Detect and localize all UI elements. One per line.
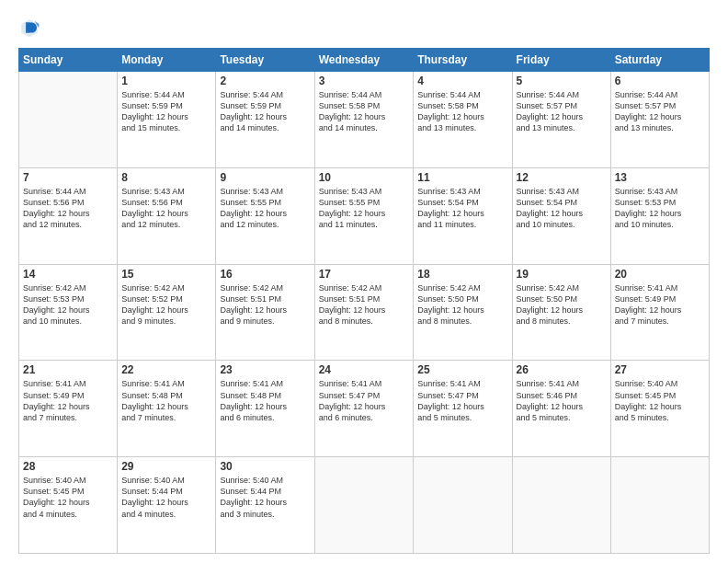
calendar-cell: 20Sunrise: 5:41 AM Sunset: 5:49 PM Dayli… (610, 264, 709, 361)
weekday-header-sunday: Sunday (19, 49, 118, 72)
day-info: Sunrise: 5:44 AM Sunset: 5:59 PM Dayligh… (220, 89, 310, 134)
day-info: Sunrise: 5:42 AM Sunset: 5:51 PM Dayligh… (220, 282, 310, 327)
calendar-cell: 19Sunrise: 5:42 AM Sunset: 5:50 PM Dayli… (512, 264, 610, 361)
weekday-header-wednesday: Wednesday (314, 49, 414, 72)
day-number: 9 (220, 171, 310, 184)
calendar-cell: 23Sunrise: 5:41 AM Sunset: 5:48 PM Dayli… (216, 361, 314, 457)
day-info: Sunrise: 5:44 AM Sunset: 5:57 PM Dayligh… (615, 89, 705, 134)
calendar-cell (314, 457, 414, 554)
weekday-header-thursday: Thursday (414, 49, 512, 72)
day-number: 3 (319, 75, 410, 87)
day-number: 19 (517, 268, 607, 281)
calendar-cell: 4Sunrise: 5:44 AM Sunset: 5:58 PM Daylig… (414, 72, 512, 168)
day-info: Sunrise: 5:43 AM Sunset: 5:54 PM Dayligh… (517, 186, 607, 231)
day-number: 25 (417, 363, 507, 376)
calendar-cell (610, 457, 709, 554)
day-info: Sunrise: 5:43 AM Sunset: 5:54 PM Dayligh… (417, 186, 507, 231)
day-info: Sunrise: 5:44 AM Sunset: 5:58 PM Dayligh… (417, 89, 507, 134)
day-number: 24 (319, 363, 410, 376)
day-number: 22 (121, 363, 211, 376)
day-info: Sunrise: 5:42 AM Sunset: 5:50 PM Dayligh… (417, 282, 507, 327)
day-number: 18 (417, 268, 507, 281)
calendar-cell: 3Sunrise: 5:44 AM Sunset: 5:58 PM Daylig… (314, 72, 414, 168)
day-number: 7 (23, 171, 113, 184)
day-info: Sunrise: 5:42 AM Sunset: 5:52 PM Dayligh… (121, 282, 211, 327)
day-info: Sunrise: 5:42 AM Sunset: 5:51 PM Dayligh… (319, 282, 410, 327)
day-number: 1 (121, 75, 211, 87)
calendar-cell: 16Sunrise: 5:42 AM Sunset: 5:51 PM Dayli… (216, 264, 314, 361)
week-row-1: 1Sunrise: 5:44 AM Sunset: 5:59 PM Daylig… (19, 72, 710, 168)
day-number: 26 (517, 363, 607, 376)
day-info: Sunrise: 5:42 AM Sunset: 5:53 PM Dayligh… (23, 282, 113, 327)
day-info: Sunrise: 5:43 AM Sunset: 5:55 PM Dayligh… (319, 186, 410, 231)
day-info: Sunrise: 5:44 AM Sunset: 5:59 PM Dayligh… (121, 89, 211, 134)
calendar-cell: 28Sunrise: 5:40 AM Sunset: 5:45 PM Dayli… (19, 457, 118, 554)
day-info: Sunrise: 5:43 AM Sunset: 5:55 PM Dayligh… (220, 186, 310, 231)
day-number: 13 (615, 171, 705, 184)
day-info: Sunrise: 5:40 AM Sunset: 5:45 PM Dayligh… (615, 378, 705, 423)
calendar-cell: 17Sunrise: 5:42 AM Sunset: 5:51 PM Dayli… (314, 264, 414, 361)
day-info: Sunrise: 5:40 AM Sunset: 5:44 PM Dayligh… (220, 475, 310, 520)
calendar-cell: 25Sunrise: 5:41 AM Sunset: 5:47 PM Dayli… (414, 361, 512, 457)
calendar-cell: 2Sunrise: 5:44 AM Sunset: 5:59 PM Daylig… (216, 72, 314, 168)
calendar-cell: 10Sunrise: 5:43 AM Sunset: 5:55 PM Dayli… (314, 167, 414, 264)
calendar-cell: 11Sunrise: 5:43 AM Sunset: 5:54 PM Dayli… (414, 167, 512, 264)
day-number: 14 (23, 268, 113, 281)
day-info: Sunrise: 5:43 AM Sunset: 5:53 PM Dayligh… (615, 186, 705, 231)
calendar-cell: 1Sunrise: 5:44 AM Sunset: 5:59 PM Daylig… (118, 72, 216, 168)
page: SundayMondayTuesdayWednesdayThursdayFrid… (0, 0, 728, 563)
calendar: SundayMondayTuesdayWednesdayThursdayFrid… (18, 48, 710, 554)
calendar-cell: 27Sunrise: 5:40 AM Sunset: 5:45 PM Dayli… (610, 361, 709, 457)
logo (18, 17, 44, 39)
calendar-cell (19, 72, 118, 168)
calendar-cell: 26Sunrise: 5:41 AM Sunset: 5:46 PM Dayli… (512, 361, 610, 457)
calendar-cell: 9Sunrise: 5:43 AM Sunset: 5:55 PM Daylig… (216, 167, 314, 264)
weekday-header-friday: Friday (512, 49, 610, 72)
calendar-cell (414, 457, 512, 554)
calendar-cell: 15Sunrise: 5:42 AM Sunset: 5:52 PM Dayli… (118, 264, 216, 361)
day-number: 6 (615, 75, 705, 87)
day-info: Sunrise: 5:41 AM Sunset: 5:47 PM Dayligh… (417, 378, 507, 423)
day-info: Sunrise: 5:40 AM Sunset: 5:44 PM Dayligh… (121, 475, 211, 520)
calendar-cell: 30Sunrise: 5:40 AM Sunset: 5:44 PM Dayli… (216, 457, 314, 554)
calendar-cell: 18Sunrise: 5:42 AM Sunset: 5:50 PM Dayli… (414, 264, 512, 361)
day-info: Sunrise: 5:42 AM Sunset: 5:50 PM Dayligh… (517, 282, 607, 327)
calendar-cell (512, 457, 610, 554)
day-number: 4 (417, 75, 507, 87)
day-number: 23 (220, 363, 310, 376)
calendar-cell: 21Sunrise: 5:41 AM Sunset: 5:49 PM Dayli… (19, 361, 118, 457)
calendar-cell: 22Sunrise: 5:41 AM Sunset: 5:48 PM Dayli… (118, 361, 216, 457)
day-info: Sunrise: 5:41 AM Sunset: 5:47 PM Dayligh… (319, 378, 410, 423)
day-number: 12 (517, 171, 607, 184)
week-row-3: 14Sunrise: 5:42 AM Sunset: 5:53 PM Dayli… (19, 264, 710, 361)
calendar-cell: 13Sunrise: 5:43 AM Sunset: 5:53 PM Dayli… (610, 167, 709, 264)
calendar-cell: 12Sunrise: 5:43 AM Sunset: 5:54 PM Dayli… (512, 167, 610, 264)
day-number: 16 (220, 268, 310, 281)
weekday-header-monday: Monday (118, 49, 216, 72)
day-number: 15 (121, 268, 211, 281)
calendar-cell: 6Sunrise: 5:44 AM Sunset: 5:57 PM Daylig… (610, 72, 709, 168)
day-number: 30 (220, 460, 310, 473)
day-number: 11 (417, 171, 507, 184)
day-info: Sunrise: 5:41 AM Sunset: 5:48 PM Dayligh… (121, 378, 211, 423)
day-number: 10 (319, 171, 410, 184)
weekday-header-saturday: Saturday (610, 49, 709, 72)
day-number: 29 (121, 460, 211, 473)
calendar-cell: 7Sunrise: 5:44 AM Sunset: 5:56 PM Daylig… (19, 167, 118, 264)
day-number: 28 (23, 460, 113, 473)
day-info: Sunrise: 5:41 AM Sunset: 5:48 PM Dayligh… (220, 378, 310, 423)
calendar-cell: 5Sunrise: 5:44 AM Sunset: 5:57 PM Daylig… (512, 72, 610, 168)
day-number: 27 (615, 363, 705, 376)
calendar-cell: 24Sunrise: 5:41 AM Sunset: 5:47 PM Dayli… (314, 361, 414, 457)
week-row-2: 7Sunrise: 5:44 AM Sunset: 5:56 PM Daylig… (19, 167, 710, 264)
day-info: Sunrise: 5:44 AM Sunset: 5:57 PM Dayligh… (517, 89, 607, 134)
calendar-cell: 14Sunrise: 5:42 AM Sunset: 5:53 PM Dayli… (19, 264, 118, 361)
day-info: Sunrise: 5:41 AM Sunset: 5:46 PM Dayligh… (517, 378, 607, 423)
logo-icon (18, 17, 40, 39)
day-info: Sunrise: 5:43 AM Sunset: 5:56 PM Dayligh… (121, 186, 211, 231)
day-number: 21 (23, 363, 113, 376)
day-info: Sunrise: 5:40 AM Sunset: 5:45 PM Dayligh… (23, 475, 113, 520)
day-info: Sunrise: 5:41 AM Sunset: 5:49 PM Dayligh… (615, 282, 705, 327)
day-info: Sunrise: 5:44 AM Sunset: 5:56 PM Dayligh… (23, 186, 113, 231)
week-row-5: 28Sunrise: 5:40 AM Sunset: 5:45 PM Dayli… (19, 457, 710, 554)
